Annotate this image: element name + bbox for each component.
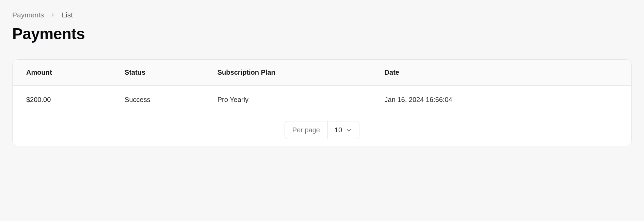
per-page-label: Per page [285, 121, 328, 139]
payments-table-card: Amount Status Subscription Plan Date $20… [12, 59, 632, 146]
cell-date: Jan 16, 2024 16:56:04 [378, 86, 631, 114]
payments-table: Amount Status Subscription Plan Date $20… [13, 60, 631, 114]
per-page-control: Per page 10 [285, 121, 359, 139]
cell-status: Success [118, 86, 211, 114]
per-page-select[interactable]: 10 [328, 121, 359, 139]
chevron-right-icon [50, 12, 55, 18]
cell-plan: Pro Yearly [211, 86, 378, 114]
table-header-row: Amount Status Subscription Plan Date [13, 60, 631, 86]
chevron-down-icon [345, 127, 352, 134]
breadcrumb-root[interactable]: Payments [12, 11, 44, 19]
table-footer: Per page 10 [13, 114, 631, 146]
column-header-plan: Subscription Plan [211, 60, 378, 86]
breadcrumb-current: List [62, 11, 73, 19]
column-header-date: Date [378, 60, 631, 86]
breadcrumb: Payments List [12, 11, 632, 19]
per-page-value: 10 [335, 126, 342, 134]
column-header-status: Status [118, 60, 211, 86]
page-title: Payments [12, 25, 632, 43]
table-row: $200.00 Success Pro Yearly Jan 16, 2024 … [13, 86, 631, 114]
column-header-amount: Amount [13, 60, 118, 86]
cell-amount: $200.00 [13, 86, 118, 114]
